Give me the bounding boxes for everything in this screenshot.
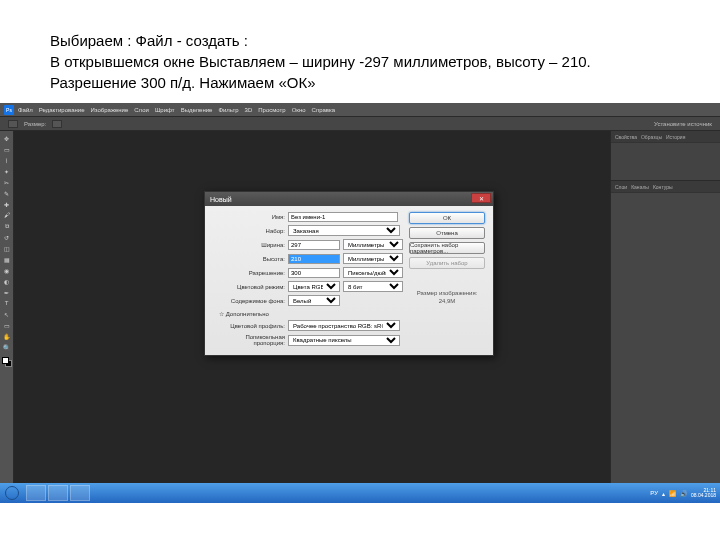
bitdepth-select[interactable]: 8 бит — [343, 281, 403, 292]
toolbox: ✥ ▭ ⌇ ✦ ✂ ✎ ✚ 🖌 ⧉ ↺ ◫ ▦ ◉ ◐ ✒ T ↖ ▭ ✋ 🔍 — [0, 131, 14, 483]
eraser-tool-icon[interactable]: ◫ — [2, 243, 12, 253]
dialog-side: ОК Отмена Сохранить набор параметров... … — [409, 212, 485, 349]
dialog-close-button[interactable]: ✕ — [471, 193, 491, 203]
tray-flag-icon[interactable]: ▴ — [662, 490, 665, 497]
type-tool-icon[interactable]: T — [2, 298, 12, 308]
menu-type[interactable]: Шрифт — [155, 107, 175, 113]
image-size-info: Размер изображения: 24,9М — [409, 290, 485, 306]
menu-3d[interactable]: 3D — [245, 107, 253, 113]
path-tool-icon[interactable]: ↖ — [2, 309, 12, 319]
size-label: Размер изображения: — [409, 290, 485, 298]
opt-hint: Установите источник — [654, 121, 712, 127]
marquee-tool-icon[interactable]: ▭ — [2, 144, 12, 154]
system-tray: РУ ▴ 📶 🔊 21:11 08.04.2018 — [650, 488, 720, 498]
panel-tabs-2: Слои Каналы Контуры — [611, 181, 720, 193]
pixelratio-label: Попиксельная пропорция: — [213, 334, 285, 346]
menu-file[interactable]: Файл — [18, 107, 33, 113]
menu-edit[interactable]: Редактирование — [39, 107, 85, 113]
colormode-label: Цветовой режим: — [213, 284, 285, 290]
close-icon: ✕ — [479, 195, 484, 202]
resolution-input[interactable] — [288, 268, 340, 278]
stamp-tool-icon[interactable]: ⧉ — [2, 221, 12, 231]
dodge-tool-icon[interactable]: ◐ — [2, 276, 12, 286]
clock-date: 08.04.2018 — [691, 493, 716, 498]
panels: Свойства Образцы История Слои Каналы Кон… — [610, 131, 720, 483]
height-input[interactable] — [288, 254, 340, 264]
ps-logo-icon: Ps — [4, 105, 14, 115]
menu-view[interactable]: Просмотр — [258, 107, 285, 113]
taskbar-item-photoshop[interactable] — [48, 485, 68, 501]
dialog-body: Имя: Набор: Заказная Ширина: Миллиметры — [205, 206, 493, 355]
width-unit-select[interactable]: Миллиметры — [343, 239, 403, 250]
instr-line1: Выбираем : Файл - создать : — [50, 30, 670, 51]
tab-paths[interactable]: Контуры — [653, 184, 673, 190]
brush-tool-icon[interactable]: 🖌 — [2, 210, 12, 220]
tool-preset-icon[interactable] — [8, 120, 18, 128]
name-label: Имя: — [213, 214, 285, 220]
panel-body-1 — [611, 143, 720, 181]
tray-network-icon[interactable]: 📶 — [669, 490, 676, 497]
opt-size-label: Размер: — [24, 121, 46, 127]
taskbar-item-folder[interactable] — [70, 485, 90, 501]
pen-tool-icon[interactable]: ✒ — [2, 287, 12, 297]
menu-filter[interactable]: Фильтр — [218, 107, 238, 113]
history-brush-tool-icon[interactable]: ↺ — [2, 232, 12, 242]
zoom-tool-icon[interactable]: 🔍 — [2, 342, 12, 352]
lang-indicator[interactable]: РУ — [650, 490, 658, 496]
crop-tool-icon[interactable]: ✂ — [2, 177, 12, 187]
clock[interactable]: 21:11 08.04.2018 — [691, 488, 716, 498]
opt-box-icon[interactable] — [52, 120, 62, 128]
preset-label: Набор: — [213, 228, 285, 234]
ok-button[interactable]: ОК — [409, 212, 485, 224]
profile-select[interactable]: Рабочее пространство RGB: sRGB IEC619... — [288, 320, 400, 331]
move-tool-icon[interactable]: ✥ — [2, 133, 12, 143]
cancel-button[interactable]: Отмена — [409, 227, 485, 239]
width-input[interactable] — [288, 240, 340, 250]
color-swatch-icon[interactable] — [2, 357, 12, 367]
resolution-unit-select[interactable]: Пикселы/дюйм — [343, 267, 403, 278]
blur-tool-icon[interactable]: ◉ — [2, 265, 12, 275]
shape-tool-icon[interactable]: ▭ — [2, 320, 12, 330]
resolution-label: Разрешение: — [213, 270, 285, 276]
height-label: Высота: — [213, 256, 285, 262]
dialog-title: Новый — [210, 196, 232, 203]
size-value: 24,9М — [409, 298, 485, 306]
menubar: Ps Файл Редактирование Изображение Слои … — [0, 103, 720, 117]
background-select[interactable]: Белый — [288, 295, 340, 306]
dialog-titlebar[interactable]: Новый ✕ — [205, 192, 493, 206]
tray-volume-icon[interactable]: 🔊 — [680, 490, 687, 497]
menu-help[interactable]: Справка — [312, 107, 336, 113]
wand-tool-icon[interactable]: ✦ — [2, 166, 12, 176]
windows-orb-icon — [5, 486, 19, 500]
hand-tool-icon[interactable]: ✋ — [2, 331, 12, 341]
name-input[interactable] — [288, 212, 398, 222]
instr-line2: В открывшемся окне Выставляем – ширину -… — [50, 51, 670, 72]
heal-tool-icon[interactable]: ✚ — [2, 199, 12, 209]
taskbar-item-explorer[interactable] — [26, 485, 46, 501]
preset-select[interactable]: Заказная — [288, 225, 400, 236]
fgcolor-icon — [2, 357, 9, 364]
new-document-dialog: Новый ✕ Имя: Набор: Заказная — [204, 191, 494, 356]
menu-window[interactable]: Окно — [292, 107, 306, 113]
eyedropper-tool-icon[interactable]: ✎ — [2, 188, 12, 198]
height-unit-select[interactable]: Миллиметры — [343, 253, 403, 264]
instr-line3: Разрешение 300 п/д. Нажимаем «ОК» — [50, 72, 670, 93]
pixelratio-select[interactable]: Квадратные пикселы — [288, 335, 400, 346]
tab-layers[interactable]: Слои — [615, 184, 627, 190]
save-preset-button[interactable]: Сохранить набор параметров... — [409, 242, 485, 254]
gradient-tool-icon[interactable]: ▦ — [2, 254, 12, 264]
tab-channels[interactable]: Каналы — [631, 184, 649, 190]
workspace: ✥ ▭ ⌇ ✦ ✂ ✎ ✚ 🖌 ⧉ ↺ ◫ ▦ ◉ ◐ ✒ T ↖ ▭ ✋ 🔍 — [0, 131, 720, 483]
tab-properties[interactable]: Свойства — [615, 134, 637, 140]
instruction-text: Выбираем : Файл - создать : В открывшемс… — [0, 0, 720, 103]
colormode-select[interactable]: Цвета RGB — [288, 281, 340, 292]
menu-layers[interactable]: Слои — [134, 107, 149, 113]
tab-swatches[interactable]: Образцы — [641, 134, 662, 140]
start-button[interactable] — [0, 483, 24, 503]
tab-history[interactable]: История — [666, 134, 685, 140]
advanced-toggle[interactable]: ☆ Дополнительно — [219, 310, 403, 317]
lasso-tool-icon[interactable]: ⌇ — [2, 155, 12, 165]
options-bar: Размер: Установите источник — [0, 117, 720, 131]
menu-select[interactable]: Выделение — [181, 107, 213, 113]
menu-image[interactable]: Изображение — [90, 107, 128, 113]
